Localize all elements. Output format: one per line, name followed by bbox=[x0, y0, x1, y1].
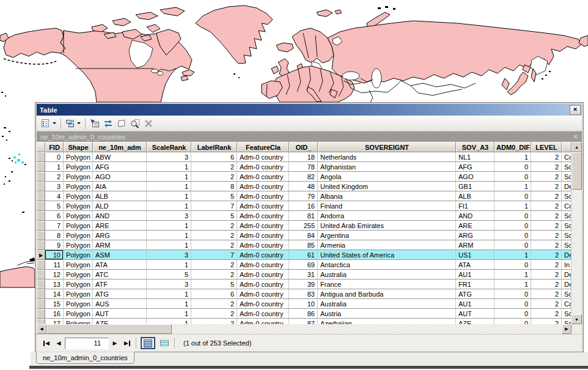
cell[interactable]: 69 bbox=[289, 260, 318, 270]
cell[interactable]: Adm-0 country bbox=[237, 319, 289, 324]
show-selected-records-button[interactable] bbox=[157, 337, 172, 349]
cell[interactable]: 83 bbox=[289, 289, 318, 299]
cell[interactable]: 2 bbox=[531, 221, 562, 231]
cell[interactable]: AFG bbox=[456, 162, 494, 172]
cell[interactable]: Adm-0 country bbox=[237, 162, 289, 172]
cell[interactable]: ARM bbox=[456, 240, 494, 250]
cell[interactable]: 2 bbox=[191, 162, 237, 172]
scroll-down-icon[interactable]: ▼ bbox=[571, 314, 582, 324]
clear-selection-button[interactable] bbox=[116, 117, 128, 130]
column-header-SOVEREIGNT[interactable]: SOVEREIGNT bbox=[318, 142, 456, 152]
cell[interactable]: 1 bbox=[494, 279, 531, 289]
cell[interactable]: 61 bbox=[289, 250, 318, 260]
cell[interactable]: 5 bbox=[191, 211, 237, 221]
cell[interactable]: AGO bbox=[93, 172, 147, 182]
cell[interactable]: Antarctica bbox=[318, 260, 456, 270]
row-selector[interactable] bbox=[37, 201, 45, 211]
row-selector[interactable] bbox=[37, 152, 45, 162]
cell[interactable]: Australia bbox=[318, 299, 456, 309]
cell[interactable]: AZE bbox=[456, 319, 494, 324]
cell[interactable]: 78 bbox=[289, 162, 318, 172]
cell[interactable]: 255 bbox=[289, 221, 318, 231]
cell[interactable]: Adm-0 country bbox=[237, 201, 289, 211]
cell[interactable]: So bbox=[562, 172, 571, 182]
cell[interactable]: 2 bbox=[191, 270, 237, 279]
cell[interactable]: 1 bbox=[147, 309, 191, 319]
cell[interactable]: ALB bbox=[93, 191, 147, 201]
cell[interactable]: 7 bbox=[45, 221, 64, 231]
cell[interactable]: 15 bbox=[45, 299, 64, 309]
cell[interactable]: 1 bbox=[45, 162, 64, 172]
cell[interactable]: Co bbox=[562, 201, 571, 211]
current-record-input[interactable] bbox=[65, 338, 109, 349]
cell[interactable]: 0 bbox=[494, 309, 531, 319]
column-header-LEVEL[interactable]: LEVEL bbox=[531, 142, 562, 152]
row-selector[interactable] bbox=[37, 270, 45, 279]
cell[interactable]: Antigua and Barbuda bbox=[318, 289, 456, 299]
cell[interactable]: ATC bbox=[93, 270, 147, 279]
row-selector[interactable] bbox=[37, 231, 45, 240]
cell[interactable]: De bbox=[562, 250, 571, 260]
cell[interactable]: 2 bbox=[191, 260, 237, 270]
row-selector[interactable] bbox=[37, 299, 45, 309]
cell[interactable]: AFG bbox=[93, 162, 147, 172]
cell[interactable]: 5 bbox=[191, 279, 237, 289]
cell[interactable]: 87 bbox=[289, 319, 318, 324]
cell[interactable]: 3 bbox=[147, 211, 191, 221]
column-header-SOV_A3[interactable]: SOV_A3 bbox=[456, 142, 494, 152]
cell[interactable]: Armenia bbox=[318, 240, 456, 250]
cell[interactable]: Polygon bbox=[64, 231, 93, 240]
cell[interactable]: 2 bbox=[191, 309, 237, 319]
cell[interactable]: 1 bbox=[147, 221, 191, 231]
cell[interactable]: 2 bbox=[531, 201, 562, 211]
cell[interactable]: 2 bbox=[531, 182, 562, 191]
cell[interactable]: 7 bbox=[191, 250, 237, 260]
cell[interactable]: So bbox=[562, 221, 571, 231]
cell[interactable]: GB1 bbox=[456, 182, 494, 191]
cell[interactable]: 84 bbox=[289, 231, 318, 240]
cell[interactable]: 8 bbox=[45, 231, 64, 240]
cell[interactable]: 3 bbox=[45, 182, 64, 191]
cell[interactable]: 1 bbox=[147, 231, 191, 240]
cell[interactable]: 48 bbox=[289, 182, 318, 191]
cell[interactable]: Polygon bbox=[64, 279, 93, 289]
cell[interactable]: Polygon bbox=[64, 182, 93, 191]
cell[interactable]: 2 bbox=[531, 211, 562, 221]
column-header-ne_10m_adm[interactable]: ne_10m_adm bbox=[93, 142, 147, 152]
last-record-button[interactable]: ▶ bbox=[121, 338, 133, 349]
cell[interactable]: US1 bbox=[456, 250, 494, 260]
table-options-button[interactable] bbox=[40, 117, 57, 130]
cell[interactable]: Polygon bbox=[64, 270, 93, 279]
cell[interactable]: 86 bbox=[289, 309, 318, 319]
row-selector[interactable] bbox=[37, 279, 45, 289]
cell[interactable]: AU1 bbox=[456, 270, 494, 279]
cell[interactable]: 4 bbox=[45, 191, 64, 201]
cell[interactable]: Polygon bbox=[64, 260, 93, 270]
cell[interactable]: Co bbox=[562, 152, 571, 162]
cell[interactable]: AU1 bbox=[456, 299, 494, 309]
cell[interactable]: ATG bbox=[93, 289, 147, 299]
cell[interactable]: 2 bbox=[531, 309, 562, 319]
zoom-to-selected-button[interactable] bbox=[129, 117, 141, 130]
cell[interactable]: Polygon bbox=[64, 162, 93, 172]
cell[interactable]: ABW bbox=[93, 152, 147, 162]
cell[interactable]: 2 bbox=[531, 260, 562, 270]
cell[interactable]: FR1 bbox=[456, 279, 494, 289]
cell[interactable]: 1 bbox=[494, 270, 531, 279]
cell[interactable]: ATA bbox=[456, 260, 494, 270]
horizontal-scroll-thumb[interactable] bbox=[46, 324, 172, 334]
cell[interactable]: Polygon bbox=[64, 172, 93, 182]
cell[interactable]: 0 bbox=[494, 172, 531, 182]
cell[interactable]: 0 bbox=[494, 260, 531, 270]
cell[interactable]: AGO bbox=[456, 172, 494, 182]
column-header-OID_[interactable]: OID_ bbox=[289, 142, 318, 152]
cell[interactable]: 1 bbox=[147, 191, 191, 201]
cell[interactable]: So bbox=[562, 309, 571, 319]
cell[interactable]: Argentina bbox=[318, 231, 456, 240]
row-selector[interactable]: ▶ bbox=[37, 250, 45, 260]
scroll-left-icon[interactable]: ◀ bbox=[37, 324, 46, 334]
cell[interactable]: 1 bbox=[147, 260, 191, 270]
cell[interactable]: 0 bbox=[494, 319, 531, 324]
cell[interactable]: So bbox=[562, 191, 571, 201]
cell[interactable]: 16 bbox=[289, 201, 318, 211]
